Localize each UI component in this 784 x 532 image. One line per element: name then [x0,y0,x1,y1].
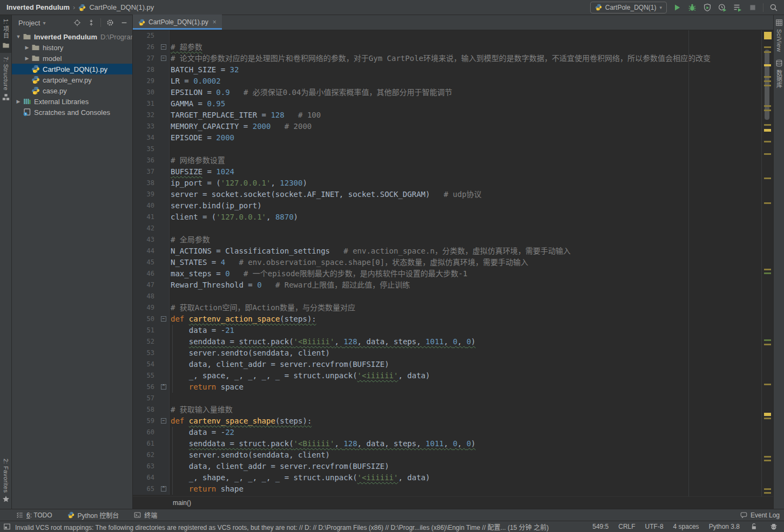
code-line[interactable]: 49# 获取Action空间，即Action数量，与分类数量对应 [133,302,773,313]
status-line-separator[interactable]: CRLF [618,523,635,530]
code-line[interactable]: 30EPSILON = 0.9 # 必须保证0.04为最小值探索概率值，其他部分… [133,87,773,98]
line-number[interactable]: 47 [133,279,159,291]
code-line[interactable]: 60 data = -22 [133,427,773,438]
line-number[interactable]: 54 [133,359,159,370]
line-number[interactable]: 44 [133,245,159,257]
fold-end-icon[interactable]: ^ [161,486,166,492]
code-line[interactable]: 34EPISODE = 2000 [133,132,773,144]
line-number[interactable]: 52 [133,336,159,347]
chevron-expanded-icon[interactable]: ▼ [14,34,23,39]
code-line[interactable]: 46max_steps = 0 # 一个episode限制最大的步数，是内核软件… [133,268,773,279]
code-line[interactable]: 32TARGET_REPLACE_ITER = 128 # 100 [133,110,773,121]
run-tasks-button[interactable] [733,3,742,12]
code-line[interactable]: 57 [133,393,773,404]
line-number[interactable]: 56 [133,381,159,393]
code-line[interactable]: 64 _, shape, _, _, _, _ = struct.unpack(… [133,472,773,483]
line-number[interactable]: 35 [133,144,159,155]
error-stripe-mark[interactable] [764,76,771,78]
line-number[interactable]: 25 [133,30,159,42]
code-line[interactable]: 55 _, space, _, _, _, _ = struct.unpack(… [133,370,773,381]
collapse-all-button[interactable] [86,18,96,28]
toolwindow-switcher-icon[interactable] [3,523,11,530]
code-line[interactable]: 42 [133,223,773,234]
line-number[interactable]: 63 [133,461,159,472]
chevron-collapsed-icon[interactable]: ▶ [23,56,31,61]
fold-collapse-icon[interactable]: − [161,418,166,424]
error-stripe-mark[interactable] [764,85,771,86]
tree-item-history[interactable]: ▶history [12,42,132,53]
line-number[interactable]: 41 [133,212,159,223]
line-number[interactable]: 53 [133,347,159,359]
tree-item-cartpole-dqn-1-py[interactable]: CartPole_DQN(1).py [12,64,132,74]
fold-collapse-icon[interactable]: − [161,44,166,50]
line-number[interactable]: 32 [133,110,159,121]
tree-item-inverted-pendulum[interactable]: ▼Inverted PendulumD:\Program [12,31,132,42]
run-button[interactable] [672,3,682,12]
code-line[interactable]: 37BUFSIZE = 1024 [133,166,773,178]
line-number[interactable]: 37 [133,166,159,178]
code-line[interactable]: 41client = ('127.0.0.1', 8870) [133,212,773,223]
close-icon[interactable]: × [213,18,217,26]
breadcrumb-project[interactable]: Inverted Pendulum [6,3,70,11]
hide-panel-button[interactable] [119,18,129,28]
code-line[interactable]: 29LR = 0.0002 [133,76,773,87]
line-number[interactable]: 29 [133,76,159,87]
line-number[interactable]: 30 [133,87,159,98]
code-line[interactable]: 63 data, client_addr = server.recvfrom(B… [133,461,773,472]
line-number[interactable]: 57 [133,393,159,404]
line-number[interactable]: 28 [133,64,159,76]
code-line[interactable]: 28BATCH_SIZE = 32 [133,64,773,76]
fold-collapse-icon[interactable]: − [161,56,166,61]
code-line[interactable]: 59−def cartenv_space_shape(steps): [133,415,773,427]
line-number[interactable]: 34 [133,132,159,144]
line-number[interactable]: 27 [133,53,159,64]
lock-icon[interactable] [749,522,759,531]
code-line[interactable]: 27−# 论文中的参数对应的是处理图片和卷积网络的参数，对于Gym CartPo… [133,53,773,64]
line-number[interactable]: 51 [133,325,159,336]
code-line[interactable]: 65^ return shape [133,483,773,495]
error-stripe-mark[interactable] [764,339,771,341]
search-everywhere-button[interactable] [769,3,779,12]
code-line[interactable]: 56^ return space [133,381,773,393]
code-line[interactable]: 31GAMMA = 0.95 [133,98,773,110]
editor-tab[interactable]: CartPole_DQN(1).py× [133,15,222,30]
code-line[interactable]: 45N_STATES = 4 # env.observation_space.s… [133,257,773,268]
code-line[interactable]: 39server = socket.socket(socket.AF_INET,… [133,189,773,200]
error-stripe-mark[interactable] [764,202,771,204]
code-line[interactable]: 40server.bind(ip_port) [133,200,773,212]
line-number[interactable]: 45 [133,257,159,268]
tree-item-external-libraries[interactable]: ▶External Libraries [12,96,132,107]
locate-file-button[interactable] [72,18,82,28]
fold-collapse-icon[interactable]: − [161,316,166,322]
settings-button[interactable] [105,18,115,28]
error-stripe-mark[interactable] [764,141,771,142]
run-config-dropdown[interactable]: CartPole_DQN(1) ▾ [590,2,667,13]
status-caret-position[interactable]: 549:5 [592,523,609,530]
line-number[interactable]: 61 [133,438,159,449]
error-stripe-mark[interactable] [764,344,771,345]
error-stripe-mark[interactable] [764,418,771,419]
line-number[interactable]: 58 [133,404,159,415]
code-line[interactable]: 58# 获取输入量维数 [133,404,773,415]
line-number[interactable]: 62 [133,449,159,461]
run-with-coverage-button[interactable] [702,3,712,12]
code-line[interactable]: 35 [133,144,773,155]
line-number[interactable]: 50 [133,313,159,325]
error-stripe-mark[interactable] [764,124,771,126]
tree-item-model[interactable]: ▶model [12,53,132,64]
error-stripe-mark[interactable] [764,110,771,111]
code-line[interactable]: 33MEMORY_CAPACITY = 2000 # 2000 [133,121,773,132]
line-number[interactable]: 64 [133,472,159,483]
tool-stripe-button-7-structure[interactable]: 7: Structure [0,53,11,105]
error-stripe-mark[interactable] [764,46,771,48]
line-number[interactable]: 49 [133,302,159,313]
code-line[interactable]: 47Reward_Threshold = 0 # Reward上限值，超过此值，… [133,279,773,291]
error-stripe-mark[interactable] [764,105,771,107]
error-stripe-mark[interactable] [764,51,771,53]
code-line[interactable]: 44N_ACTIONS = Classification_settings # … [133,245,773,257]
status-file-encoding[interactable]: UTF-8 [645,523,664,530]
line-number[interactable]: 48 [133,291,159,302]
code-line[interactable]: 26−# 超参数 [133,42,773,53]
project-panel-title[interactable]: Project [18,19,40,27]
line-number[interactable]: 38 [133,178,159,189]
